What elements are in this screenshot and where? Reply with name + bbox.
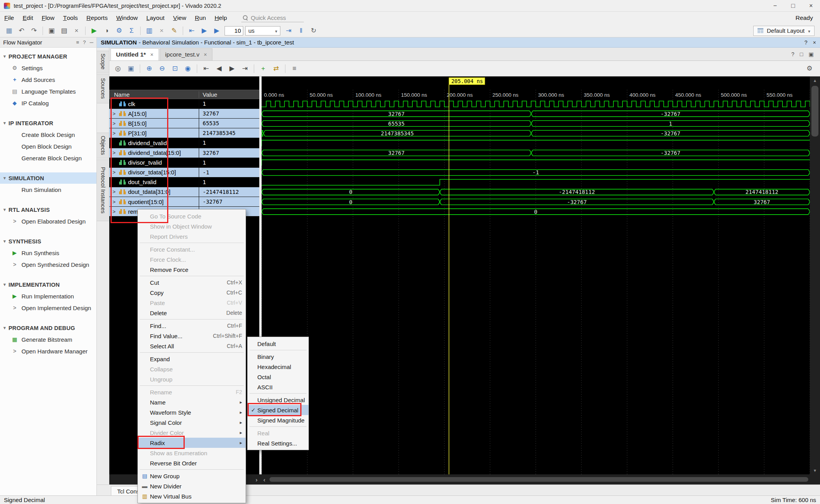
waveform-canvas[interactable]: 0.000 ns50.000 ns100.000 ns150.000 ns200… — [262, 76, 810, 474]
menu-item-binary[interactable]: Binary — [248, 351, 308, 362]
flow-item-generate-block-design[interactable]: Generate Block Design — [0, 152, 96, 164]
menu-item-new-divider[interactable]: ▬New Divider — [138, 481, 246, 491]
expand-arrow-icon[interactable]: > — [111, 199, 117, 205]
undo-icon[interactable]: ↶ — [16, 25, 27, 36]
minimize-icon[interactable] — [90, 39, 93, 45]
menu-run[interactable]: Run — [191, 12, 210, 24]
menu-item-find[interactable]: Find...Ctrl+F — [138, 321, 246, 331]
scroll-down-icon[interactable] — [810, 467, 820, 474]
minimize-button[interactable] — [766, 0, 784, 11]
signal-row-clk[interactable]: clk1 — [109, 99, 259, 109]
edit-icon[interactable]: ✎ — [168, 25, 180, 36]
signal-row-quotient-15-0[interactable]: >quotient[15:0]-32767 — [109, 197, 259, 207]
restart-icon[interactable]: ⇤ — [186, 25, 198, 36]
run-time-input[interactable] — [225, 26, 243, 35]
menu-flow[interactable]: Flow — [37, 12, 59, 24]
menu-item-signed-magnitude[interactable]: Signed Magnitude — [248, 415, 308, 425]
flow-section-header-rtl-analysis[interactable]: ▾RTL ANALYSIS — [0, 204, 96, 215]
expand-arrow-icon[interactable]: > — [111, 209, 117, 215]
expand-arrow-icon[interactable]: > — [111, 111, 117, 117]
run-for-icon[interactable]: ▶ — [211, 25, 223, 36]
dashboard-icon[interactable]: ◑ — [101, 25, 112, 36]
side-tab-objects[interactable]: Objects — [97, 133, 109, 158]
menu-file[interactable]: File — [0, 12, 18, 24]
time-unit-select[interactable]: us — [245, 26, 280, 35]
expand-arrow-icon[interactable]: > — [111, 169, 117, 175]
menu-item-new-virtual-bus[interactable]: ▥New Virtual Bus — [138, 491, 246, 501]
close-icon[interactable] — [813, 39, 816, 46]
save-icon[interactable]: ▣ — [125, 63, 137, 74]
menu-tools[interactable]: Tools — [59, 12, 82, 24]
settings-icon[interactable]: ⚙ — [113, 25, 125, 36]
collapse-left-icon[interactable] — [261, 474, 268, 484]
side-tab-sources[interactable]: Sources — [97, 74, 109, 103]
signal-row-b-15-0[interactable]: >B[15:0]65535 — [109, 119, 259, 128]
flow-item-open-synthesized-design[interactable]: >Open Synthesized Design — [0, 259, 96, 270]
signal-row-divisor-tvalid[interactable]: divisor_tvalid1 — [109, 158, 259, 168]
flow-section-header-synthesis[interactable]: ▾SYNTHESIS — [0, 236, 96, 247]
expand-arrow-icon[interactable]: > — [111, 150, 117, 156]
copy-icon[interactable]: ▣ — [46, 25, 57, 36]
menu-item-signal-color[interactable]: Signal Color▸ — [138, 417, 246, 428]
go-first-icon[interactable]: ⇤ — [200, 63, 212, 74]
tab-untitled-1[interactable]: Untitled 1*× — [111, 48, 159, 60]
flow-item-generate-bitstream[interactable]: ▦Generate Bitstream — [0, 334, 96, 345]
flow-section-header-ip-integrator[interactable]: ▾IP INTEGRATOR — [0, 117, 96, 129]
step-icon[interactable]: ⇥ — [283, 25, 294, 36]
waveform-settings-gear-icon[interactable] — [804, 63, 815, 74]
relaunch-icon[interactable]: ↻ — [308, 25, 319, 36]
vertical-scrollbar[interactable] — [810, 76, 820, 474]
menu-item-remove-force[interactable]: Remove Force — [138, 264, 246, 275]
flow-section-header-implementation[interactable]: ▾IMPLEMENTATION — [0, 279, 96, 290]
run-icon[interactable]: ▶ — [88, 25, 100, 36]
scroll-up-icon[interactable] — [810, 76, 820, 84]
collapse-all-icon[interactable] — [76, 39, 79, 45]
flow-item-settings[interactable]: ⚙Settings — [0, 62, 96, 74]
prev-edge-icon[interactable]: ◀ — [213, 63, 225, 74]
sum-icon[interactable]: Σ — [126, 25, 137, 36]
close-tab-icon[interactable]: × — [204, 51, 207, 58]
menu-item-reverse-bit-order[interactable]: Reverse Bit Order — [138, 458, 246, 468]
help-icon[interactable] — [804, 39, 808, 46]
float-icon[interactable] — [800, 51, 803, 57]
horizontal-scroll-thumb[interactable] — [269, 477, 808, 482]
menu-item-expand[interactable]: Expand — [138, 354, 246, 364]
menu-item-signed-decimal[interactable]: ✓Signed Decimal — [248, 405, 308, 415]
menu-item-radix[interactable]: Radix▸ — [138, 438, 246, 448]
layout-selector[interactable]: Default Layout — [753, 26, 815, 36]
menu-item-select-all[interactable]: Select AllCtrl+A — [138, 341, 246, 351]
flow-item-create-block-design[interactable]: Create Block Design — [0, 129, 96, 140]
vertical-scroll-thumb[interactable] — [811, 86, 818, 137]
flow-item-run-synthesis[interactable]: ▶Run Synthesis — [0, 247, 96, 259]
flow-item-run-simulation[interactable]: Run Simulation — [0, 184, 96, 195]
flow-section-header-program-and-debug[interactable]: ▾PROGRAM AND DEBUG — [0, 322, 96, 334]
zoom-out-icon[interactable]: ⊖ — [156, 63, 168, 74]
signal-row-p-31-0[interactable]: >P[31:0]2147385345 — [109, 128, 259, 138]
menu-item-hexadecimal[interactable]: Hexadecimal — [248, 362, 308, 372]
menu-item-new-group[interactable]: ▤New Group — [138, 471, 246, 481]
menu-item-waveform-style[interactable]: Waveform Style▸ — [138, 407, 246, 417]
flow-item-open-implemented-design[interactable]: >Open Implemented Design — [0, 302, 96, 314]
flow-item-open-elaborated-design[interactable]: >Open Elaborated Design — [0, 215, 96, 227]
snap-icon[interactable]: ≡ — [289, 63, 300, 74]
menu-window[interactable]: Window — [112, 12, 142, 24]
side-tab-protocol-instances[interactable]: Protocol Instances — [97, 160, 109, 221]
next-edge-icon[interactable]: ▶ — [226, 63, 238, 74]
signal-row-a-15-0[interactable]: >A[15:0]32767 — [109, 109, 259, 119]
signal-row-dividend-tdata-15-0[interactable]: >dividend_tdata[15:0]32767 — [109, 148, 259, 158]
zoom-in-icon[interactable]: ⊕ — [143, 63, 155, 74]
swap-cursor-icon[interactable]: ⇄ — [270, 63, 282, 74]
cancel-icon[interactable]: × — [156, 25, 168, 36]
menu-edit[interactable]: Edit — [18, 12, 37, 24]
add-cursor-icon[interactable]: + — [257, 63, 269, 74]
collapse-right-icon[interactable] — [253, 474, 260, 484]
flow-item-open-block-design[interactable]: Open Block Design — [0, 140, 96, 152]
signal-row-divisor-tdata-15-0[interactable]: >divisor_tdata[15:0]-1 — [109, 168, 259, 177]
maximize-button[interactable] — [784, 0, 802, 11]
signal-row-dout-tvalid[interactable]: dout_tvalid1 — [109, 177, 259, 187]
menu-help[interactable]: Help — [210, 12, 231, 24]
maximize-icon[interactable] — [809, 51, 814, 57]
signal-row-dividend-tvalid[interactable]: dividend_tvalid1 — [109, 138, 259, 148]
redo-icon[interactable]: ↷ — [28, 25, 40, 36]
flow-item-language-templates[interactable]: ▤Language Templates — [0, 85, 96, 97]
